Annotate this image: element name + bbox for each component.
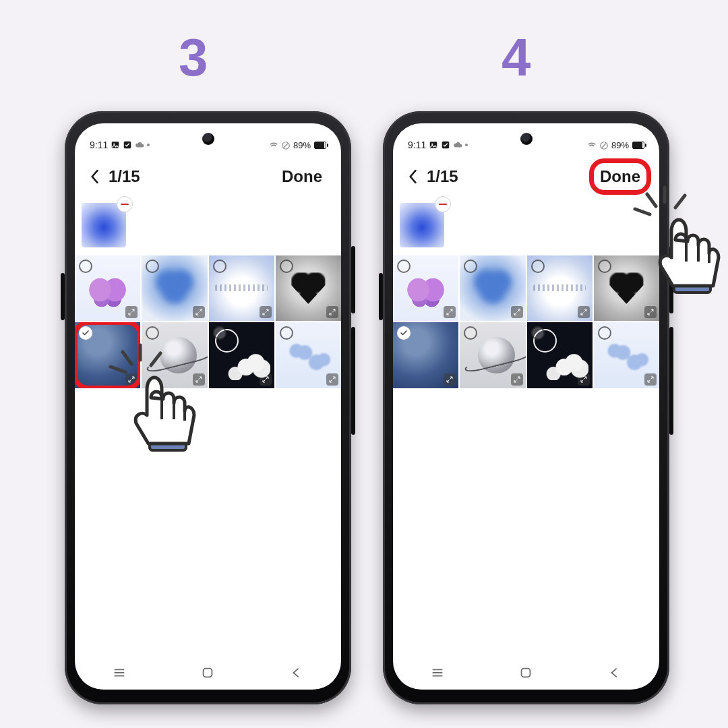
nav-home-button[interactable] [200,665,215,680]
expand-icon[interactable] [578,373,590,386]
expand-icon[interactable] [193,306,205,318]
nav-home-button[interactable] [518,665,533,680]
phone-screen: 9:11 89% 1/15 Done [393,123,659,690]
done-button[interactable]: Done [278,164,326,189]
app-header: 1/15 Done [393,152,659,202]
expand-icon[interactable] [644,373,657,386]
svg-rect-30 [674,278,710,293]
expand-icon[interactable] [125,306,138,318]
svg-line-4 [283,143,288,148]
wallpaper-tile-night-clouds[interactable] [527,322,593,388]
wallpaper-tile-heart-blur[interactable] [142,255,207,321]
done-button[interactable]: Done [596,164,644,189]
expand-icon[interactable] [260,306,272,318]
wallpaper-tile-text-haze[interactable] [527,255,593,321]
wallpaper-tile-navy-blur[interactable] [75,322,140,388]
wallpaper-tile-sky-clouds[interactable] [276,322,341,388]
wallpaper-tile-dark-heart[interactable] [276,255,341,321]
status-left: 9:11 [408,140,468,150]
expand-icon[interactable] [125,373,138,386]
expand-icon[interactable] [193,373,205,386]
checkbox-icon [123,140,132,150]
selected-thumbnail[interactable] [400,203,444,247]
android-nav-bar [75,656,341,690]
phone-screen: 9:11 89% 1/15 Done [75,123,341,690]
battery-percent: 89% [611,140,629,150]
status-left: 9:11 [90,140,150,150]
phone-side-button-icon [379,273,383,320]
back-button[interactable] [408,169,417,184]
wallpaper-tile-text-haze[interactable] [209,255,274,321]
expand-icon[interactable] [511,373,523,386]
selected-strip [393,202,659,255]
status-time: 9:11 [408,140,426,150]
svg-line-13 [601,143,606,148]
no-signal-icon [599,141,609,150]
wallpaper-tile-planet[interactable] [460,322,525,388]
step-number-4: 4 [502,27,532,88]
nav-recents-button[interactable] [112,665,127,680]
expand-icon[interactable] [326,306,338,318]
battery-icon [314,142,326,149]
remove-selected-button[interactable] [435,196,451,212]
svg-rect-8 [204,669,212,677]
wallpaper-tile-night-clouds[interactable] [209,322,274,388]
back-button[interactable] [90,169,99,184]
expand-icon[interactable] [578,306,590,318]
expand-icon[interactable] [260,373,272,386]
minus-icon [121,204,129,206]
select-indicator-icon [464,260,477,273]
wallpaper-tile-butterfly[interactable] [393,255,458,321]
wallpaper-tile-planet[interactable] [142,322,207,388]
battery-percent: 89% [293,140,311,150]
image-icon [111,140,120,150]
cloud-icon [453,140,462,150]
phone-side-button-icon [61,273,65,320]
select-indicator-icon [280,260,293,273]
minus-icon [439,204,447,206]
expand-icon[interactable] [644,306,657,318]
wallpaper-tile-heart-blur[interactable] [460,255,525,321]
camera-cutout-icon [202,133,214,145]
wifi-icon [269,141,278,150]
phone-mockup-step-3: 9:11 89% 1/15 Done [65,111,351,704]
battery-icon [632,142,644,149]
select-indicator-icon [464,326,477,340]
app-header: 1/15 Done [75,152,341,202]
selected-thumbnail[interactable] [82,203,126,247]
expand-icon[interactable] [444,373,456,386]
select-indicator-icon [146,326,159,340]
status-time: 9:11 [90,140,108,150]
wallpaper-tile-sky-clouds[interactable] [594,322,659,388]
android-nav-bar [393,656,659,690]
nav-back-button[interactable] [607,665,622,680]
expand-icon[interactable] [511,306,523,318]
status-dot-icon [147,144,150,146]
select-indicator-icon [397,260,411,273]
nav-recents-button[interactable] [430,665,445,680]
wallpaper-tile-dark-heart[interactable] [594,255,659,321]
status-right: 89% [269,140,326,150]
selected-strip [75,202,341,255]
selection-counter: 1/15 [109,167,140,186]
select-indicator-checked-icon [397,326,411,340]
wallpaper-tile-navy-blur[interactable] [393,322,458,388]
checkbox-icon [441,140,450,150]
select-indicator-checked-icon [79,326,92,340]
remove-selected-button[interactable] [117,196,133,212]
cloud-icon [135,140,144,150]
done-button-label: Done [600,167,640,185]
select-indicator-icon [531,326,545,340]
wifi-icon [587,141,597,150]
svg-point-1 [113,144,115,145]
expand-icon[interactable] [444,306,456,318]
svg-rect-17 [522,669,530,677]
expand-icon[interactable] [326,373,338,386]
select-indicator-icon [598,326,611,340]
wallpaper-tile-butterfly[interactable] [75,255,140,321]
select-indicator-icon [213,326,226,340]
select-indicator-icon [280,326,293,340]
select-indicator-icon [79,260,92,273]
nav-back-button[interactable] [289,665,304,680]
step-number-3: 3 [179,27,209,88]
